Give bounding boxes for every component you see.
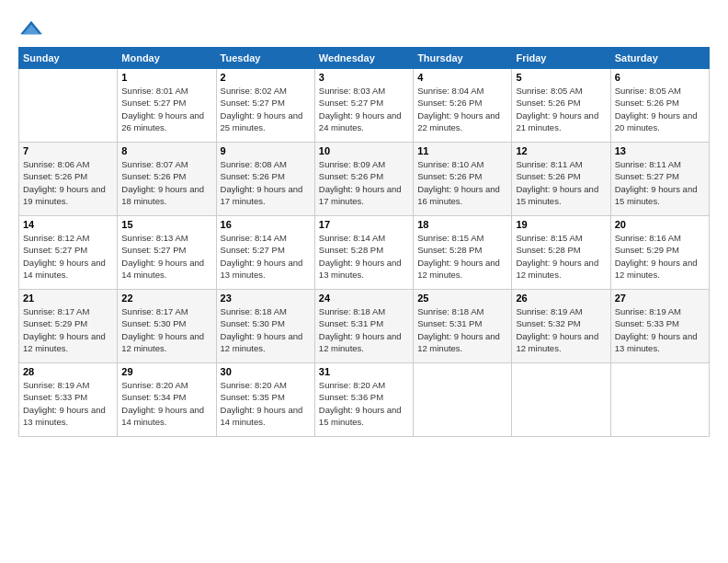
cell-details: Sunrise: 8:04 AMSunset: 5:26 PMDaylight:… <box>417 85 507 133</box>
day-number: 22 <box>121 293 211 304</box>
calendar-cell: 11Sunrise: 8:10 AMSunset: 5:26 PMDayligh… <box>414 143 512 216</box>
calendar-cell: 20Sunrise: 8:16 AMSunset: 5:29 PMDayligh… <box>610 216 709 290</box>
day-number: 19 <box>516 219 606 230</box>
calendar-cell: 12Sunrise: 8:11 AMSunset: 5:26 PMDayligh… <box>512 143 610 216</box>
day-number: 23 <box>221 293 311 304</box>
calendar-cell: 19Sunrise: 8:15 AMSunset: 5:28 PMDayligh… <box>512 216 610 290</box>
cell-details: Sunrise: 8:10 AMSunset: 5:26 PMDaylight:… <box>417 158 507 207</box>
calendar-cell <box>512 363 610 437</box>
calendar-cell: 4Sunrise: 8:04 AMSunset: 5:26 PMDaylight… <box>414 69 512 143</box>
cell-details: Sunrise: 8:16 AMSunset: 5:29 PMDaylight:… <box>615 232 705 281</box>
day-number: 3 <box>319 72 409 83</box>
day-number: 28 <box>23 366 113 377</box>
calendar-cell: 28Sunrise: 8:19 AMSunset: 5:33 PMDayligh… <box>19 363 118 437</box>
day-number: 2 <box>221 72 311 83</box>
day-number: 11 <box>417 145 507 156</box>
calendar-cell: 21Sunrise: 8:17 AMSunset: 5:29 PMDayligh… <box>19 290 118 363</box>
day-number: 5 <box>516 72 606 83</box>
day-number: 18 <box>417 219 507 230</box>
day-number: 1 <box>121 72 211 83</box>
cell-details: Sunrise: 8:08 AMSunset: 5:26 PMDaylight:… <box>221 158 311 207</box>
day-number: 7 <box>23 145 113 156</box>
calendar-cell: 24Sunrise: 8:18 AMSunset: 5:31 PMDayligh… <box>314 290 413 363</box>
calendar-cell: 26Sunrise: 8:19 AMSunset: 5:32 PMDayligh… <box>512 290 610 363</box>
cell-details: Sunrise: 8:20 AMSunset: 5:35 PMDaylight:… <box>221 379 311 428</box>
cell-details: Sunrise: 8:18 AMSunset: 5:31 PMDaylight:… <box>319 305 409 354</box>
week-row-4: 21Sunrise: 8:17 AMSunset: 5:29 PMDayligh… <box>19 290 710 363</box>
cell-details: Sunrise: 8:19 AMSunset: 5:33 PMDaylight:… <box>615 305 705 354</box>
calendar-cell: 6Sunrise: 8:05 AMSunset: 5:26 PMDaylight… <box>610 69 709 143</box>
cell-details: Sunrise: 8:18 AMSunset: 5:31 PMDaylight:… <box>417 305 507 354</box>
calendar-cell: 16Sunrise: 8:14 AMSunset: 5:27 PMDayligh… <box>216 216 314 290</box>
cell-details: Sunrise: 8:05 AMSunset: 5:26 PMDaylight:… <box>615 85 705 133</box>
calendar-cell: 22Sunrise: 8:17 AMSunset: 5:30 PMDayligh… <box>118 290 216 363</box>
calendar-table: SundayMondayTuesdayWednesdayThursdayFrid… <box>18 47 710 437</box>
day-number: 26 <box>516 293 606 304</box>
cell-details: Sunrise: 8:17 AMSunset: 5:29 PMDaylight:… <box>23 305 113 354</box>
cell-details: Sunrise: 8:07 AMSunset: 5:26 PMDaylight:… <box>121 158 211 207</box>
logo-icon <box>18 19 44 38</box>
cell-details: Sunrise: 8:14 AMSunset: 5:28 PMDaylight:… <box>319 232 409 281</box>
cell-details: Sunrise: 8:03 AMSunset: 5:27 PMDaylight:… <box>319 85 409 133</box>
weekday-header-saturday: Saturday <box>610 48 709 69</box>
cell-details: Sunrise: 8:14 AMSunset: 5:27 PMDaylight:… <box>221 232 311 281</box>
day-number: 8 <box>121 145 211 156</box>
week-row-3: 14Sunrise: 8:12 AMSunset: 5:27 PMDayligh… <box>19 216 710 290</box>
calendar-cell: 3Sunrise: 8:03 AMSunset: 5:27 PMDaylight… <box>314 69 413 143</box>
weekday-header-row: SundayMondayTuesdayWednesdayThursdayFrid… <box>19 48 710 69</box>
page-container: SundayMondayTuesdayWednesdayThursdayFrid… <box>0 0 728 446</box>
cell-details: Sunrise: 8:13 AMSunset: 5:27 PMDaylight:… <box>121 232 211 281</box>
calendar-cell: 31Sunrise: 8:20 AMSunset: 5:36 PMDayligh… <box>314 363 413 437</box>
logo <box>18 18 48 38</box>
cell-details: Sunrise: 8:12 AMSunset: 5:27 PMDaylight:… <box>23 232 113 281</box>
day-number: 29 <box>121 366 211 377</box>
calendar-cell: 17Sunrise: 8:14 AMSunset: 5:28 PMDayligh… <box>314 216 413 290</box>
cell-details: Sunrise: 8:17 AMSunset: 5:30 PMDaylight:… <box>121 305 211 354</box>
day-number: 9 <box>221 145 311 156</box>
cell-details: Sunrise: 8:05 AMSunset: 5:26 PMDaylight:… <box>516 85 606 133</box>
weekday-header-sunday: Sunday <box>19 48 118 69</box>
weekday-header-wednesday: Wednesday <box>314 48 413 69</box>
cell-details: Sunrise: 8:11 AMSunset: 5:26 PMDaylight:… <box>516 158 606 207</box>
cell-details: Sunrise: 8:19 AMSunset: 5:33 PMDaylight:… <box>23 379 113 428</box>
weekday-header-thursday: Thursday <box>414 48 512 69</box>
day-number: 12 <box>516 145 606 156</box>
weekday-header-tuesday: Tuesday <box>216 48 314 69</box>
week-row-1: 1Sunrise: 8:01 AMSunset: 5:27 PMDaylight… <box>19 69 710 143</box>
calendar-cell <box>610 363 709 437</box>
week-row-2: 7Sunrise: 8:06 AMSunset: 5:26 PMDaylight… <box>19 143 710 216</box>
cell-details: Sunrise: 8:02 AMSunset: 5:27 PMDaylight:… <box>221 85 311 133</box>
calendar-cell: 9Sunrise: 8:08 AMSunset: 5:26 PMDaylight… <box>216 143 314 216</box>
cell-details: Sunrise: 8:09 AMSunset: 5:26 PMDaylight:… <box>319 158 409 207</box>
calendar-cell: 27Sunrise: 8:19 AMSunset: 5:33 PMDayligh… <box>610 290 709 363</box>
calendar-cell: 2Sunrise: 8:02 AMSunset: 5:27 PMDaylight… <box>216 69 314 143</box>
day-number: 24 <box>319 293 409 304</box>
day-number: 27 <box>615 293 705 304</box>
day-number: 17 <box>319 219 409 230</box>
day-number: 13 <box>615 145 705 156</box>
calendar-cell: 8Sunrise: 8:07 AMSunset: 5:26 PMDaylight… <box>118 143 216 216</box>
day-number: 25 <box>417 293 507 304</box>
calendar-cell <box>414 363 512 437</box>
calendar-cell: 1Sunrise: 8:01 AMSunset: 5:27 PMDaylight… <box>118 69 216 143</box>
cell-details: Sunrise: 8:01 AMSunset: 5:27 PMDaylight:… <box>121 85 211 133</box>
cell-details: Sunrise: 8:11 AMSunset: 5:27 PMDaylight:… <box>615 158 705 207</box>
calendar-cell: 18Sunrise: 8:15 AMSunset: 5:28 PMDayligh… <box>414 216 512 290</box>
calendar-cell: 15Sunrise: 8:13 AMSunset: 5:27 PMDayligh… <box>118 216 216 290</box>
cell-details: Sunrise: 8:06 AMSunset: 5:26 PMDaylight:… <box>23 158 113 207</box>
cell-details: Sunrise: 8:20 AMSunset: 5:34 PMDaylight:… <box>121 379 211 428</box>
day-number: 31 <box>319 366 409 377</box>
weekday-header-friday: Friday <box>512 48 610 69</box>
weekday-header-monday: Monday <box>118 48 216 69</box>
calendar-cell <box>19 69 118 143</box>
calendar-cell: 10Sunrise: 8:09 AMSunset: 5:26 PMDayligh… <box>314 143 413 216</box>
day-number: 30 <box>221 366 311 377</box>
day-number: 15 <box>121 219 211 230</box>
day-number: 6 <box>615 72 705 83</box>
header <box>18 18 710 38</box>
calendar-cell: 14Sunrise: 8:12 AMSunset: 5:27 PMDayligh… <box>19 216 118 290</box>
day-number: 21 <box>23 293 113 304</box>
cell-details: Sunrise: 8:19 AMSunset: 5:32 PMDaylight:… <box>516 305 606 354</box>
calendar-cell: 13Sunrise: 8:11 AMSunset: 5:27 PMDayligh… <box>610 143 709 216</box>
cell-details: Sunrise: 8:18 AMSunset: 5:30 PMDaylight:… <box>221 305 311 354</box>
